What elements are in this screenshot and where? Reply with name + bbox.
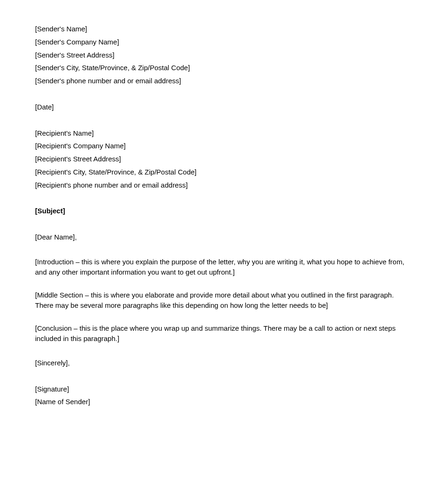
recipient-city-state-zip: [Recipient's City, State/Province, & Zip…: [35, 166, 413, 179]
recipient-block: [Recipient's Name] [Recipient's Company …: [35, 127, 413, 192]
salutation-block: [Dear Name],: [35, 231, 413, 244]
sender-city-state-zip: [Sender's City, State/Province, & Zip/Po…: [35, 61, 413, 74]
recipient-street: [Recipient's Street Address]: [35, 152, 413, 166]
signature: [Signature]: [35, 383, 413, 396]
recipient-company: [Recipient's Company Name]: [35, 139, 413, 152]
introduction-paragraph: [Introduction – this is where you explai…: [35, 257, 413, 278]
date: [Date]: [35, 101, 413, 114]
closing: [Sincerely],: [35, 356, 413, 370]
date-block: [Date]: [35, 101, 413, 114]
sender-company: [Sender's Company Name]: [35, 36, 413, 49]
conclusion-paragraph: [Conclusion – this is the place where yo…: [35, 323, 413, 344]
middle-paragraph: [Middle Section – this is where you elab…: [35, 290, 413, 311]
sender-block: [Sender's Name] [Sender's Company Name] …: [35, 22, 413, 87]
sender-street: [Sender's Street Address]: [35, 49, 413, 62]
closing-block: [Sincerely],: [35, 356, 413, 370]
recipient-contact: [Recipient's phone number and or email a…: [35, 179, 413, 192]
sender-contact: [Sender's phone number and or email addr…: [35, 74, 413, 87]
subject: [Subject]: [35, 204, 413, 218]
signature-block: [Signature] [Name of Sender]: [35, 383, 413, 409]
sender-name: [Sender's Name]: [35, 22, 413, 36]
salutation: [Dear Name],: [35, 231, 413, 244]
name-of-sender: [Name of Sender]: [35, 395, 413, 408]
subject-block: [Subject]: [35, 204, 413, 218]
recipient-name: [Recipient's Name]: [35, 127, 413, 140]
